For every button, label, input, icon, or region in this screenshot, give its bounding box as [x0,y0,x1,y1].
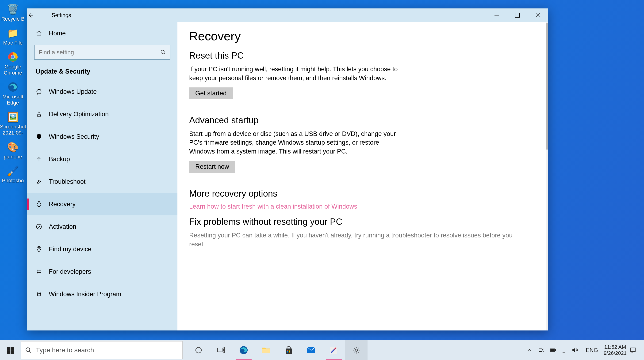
sidebar-item-label: Delivery Optimization [49,111,109,118]
desktop-icon-label: Recycle B [0,16,26,22]
svg-rect-22 [287,351,288,353]
get-started-button[interactable]: Get started [189,87,233,99]
sidebar-item-troubleshoot[interactable]: Troubleshoot [27,171,178,193]
task-view-icon[interactable] [210,340,232,360]
cortana-icon[interactable] [187,340,210,360]
sidebar-item-recovery[interactable]: Recovery [27,193,178,215]
close-button[interactable] [528,8,548,22]
sidebar-item-windows-insider[interactable]: Windows Insider Program [27,283,178,305]
taskbar-paintnet-icon[interactable] [322,340,345,360]
sidebar-item-backup[interactable]: Backup [27,148,178,171]
svg-rect-20 [287,350,288,351]
windows-logo-icon [7,347,14,354]
desktop-icon-label: Microsoft Edge [0,94,26,106]
tray-volume-icon[interactable] [572,348,584,353]
svg-rect-23 [289,351,290,353]
taskbar-edge-icon[interactable] [232,340,255,360]
advanced-heading: Advanced startup [189,115,536,125]
tray-meet-now-icon[interactable] [538,348,550,353]
titlebar[interactable]: Settings [27,8,548,22]
check-circle-icon [36,223,49,230]
page-title: Recovery [189,29,536,43]
sidebar-item-label: For developers [49,268,91,275]
svg-rect-19 [286,349,292,354]
learn-more-link[interactable]: Learn how to start fresh with a clean in… [189,203,536,210]
svg-point-13 [196,347,201,353]
svg-rect-32 [630,348,635,352]
sidebar-category: Update & Security [27,64,178,80]
folder-icon: 📁 [6,27,20,39]
tray-time: 11:52 AM [604,344,627,350]
search-input[interactable] [39,49,160,56]
svg-rect-31 [562,348,566,351]
paintnet-icon: 🎨 [6,141,20,153]
taskbar-search[interactable]: Type here to search [21,341,182,359]
search-icon [160,49,166,55]
svg-rect-14 [218,348,222,352]
taskbar-app-icons [187,340,368,360]
taskbar: Type here to search ENG 11:52 AM 9/26/20… [0,340,644,360]
desktop-icon-screenshot[interactable]: 🖼️ Screenshot 2021-09- [0,110,26,140]
taskbar-explorer-icon[interactable] [255,340,278,360]
back-button[interactable] [27,12,44,18]
desktop-icon-label: Google Chrome [0,64,26,76]
sidebar-item-activation[interactable]: Activation [27,215,178,238]
sidebar: Home Update & Security Windows Update De… [27,22,178,331]
sidebar-item-find-my-device[interactable]: Find my device [27,238,178,260]
sidebar-search[interactable] [34,45,170,59]
svg-rect-15 [223,347,224,350]
tray-notifications-icon[interactable] [630,347,642,353]
minimize-button[interactable] [486,8,507,22]
desktop-icon-paintnet[interactable]: 🎨 paint.ne [0,140,26,164]
sidebar-item-delivery-optimization[interactable]: Delivery Optimization [27,103,178,125]
maximize-button[interactable] [507,8,528,22]
edge-icon [6,81,20,93]
desktop-icon-mac-files[interactable]: 📁 Mac File [0,26,26,50]
backup-icon [36,156,49,163]
taskbar-mail-icon[interactable] [300,340,322,360]
system-tray: ENG 11:52 AM 9/26/2021 [527,344,644,357]
sidebar-item-windows-update[interactable]: Windows Update [27,80,178,103]
svg-point-12 [26,348,30,352]
recycle-bin-icon: 🗑️ [6,3,20,15]
svg-rect-21 [289,350,290,351]
advanced-text: Start up from a device or disc (such as … [189,130,400,156]
shield-icon [36,133,49,140]
taskbar-settings-icon[interactable] [345,340,368,360]
desktop-icon-recycle-bin[interactable]: 🗑️ Recycle B [0,2,26,26]
fix-text: Resetting your PC can take a while. If y… [189,231,527,249]
tray-battery-icon[interactable] [550,348,561,352]
recovery-icon [36,201,49,207]
svg-rect-16 [223,351,224,353]
desktop-icon-label: Mac File [0,40,26,46]
image-file-icon: 🖼️ [6,111,20,123]
tray-network-icon[interactable] [561,348,572,353]
tray-language[interactable]: ENG [584,347,600,354]
tray-chevron-up-icon[interactable] [527,349,538,352]
wrench-icon [36,178,49,185]
desktop-icon-chrome[interactable]: Google Chrome [0,50,26,80]
sidebar-item-label: Activation [49,223,76,230]
taskbar-store-icon[interactable] [278,340,300,360]
desktop-icon-photoshop[interactable]: 🖌️ Photosho [0,164,26,187]
search-icon [25,347,32,354]
sidebar-item-for-developers[interactable]: For developers [27,260,178,283]
scrollbar[interactable] [546,22,548,331]
sidebar-item-label: Find my device [49,246,92,253]
sidebar-item-windows-security[interactable]: Windows Security [27,125,178,148]
tray-date: 9/26/2021 [604,350,627,356]
sidebar-item-label: Troubleshoot [49,178,86,185]
tray-clock[interactable]: 11:52 AM 9/26/2021 [600,344,630,357]
sidebar-item-label: Windows Insider Program [49,291,121,298]
location-icon [36,246,49,252]
desktop-icon-edge[interactable]: Microsoft Edge [0,80,26,110]
svg-point-3 [11,55,14,59]
restart-now-button[interactable]: Restart now [189,161,235,173]
desktop-icon-label: paint.ne [0,154,26,160]
svg-rect-29 [555,350,556,351]
sidebar-home[interactable]: Home [27,24,178,43]
start-button[interactable] [0,340,21,360]
scrollbar-thumb[interactable] [546,23,548,150]
delivery-icon [36,111,49,117]
content-area: Recovery Reset this PC If your PC isn't … [178,22,548,331]
